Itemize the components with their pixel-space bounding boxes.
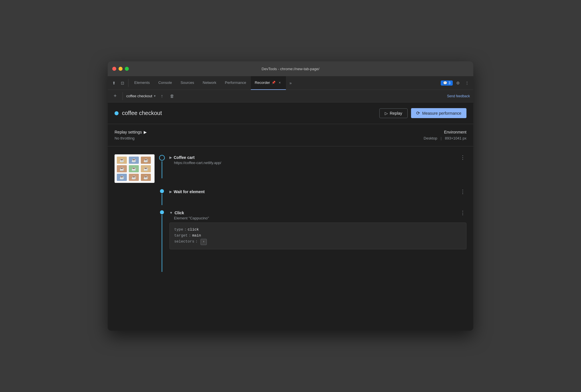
svg-text:☕: ☕ (131, 175, 137, 180)
timeline-node-1 (159, 155, 165, 161)
svg-text:☕: ☕ (131, 158, 137, 163)
settings-icon-btn[interactable]: ⚙ (454, 79, 462, 87)
cursor-icon-btn[interactable]: ⬆ (110, 79, 118, 87)
step-coffee-cart: ☕ ☕ ☕ ☕ ☕ ☕ ☕ ☕ ☕ (108, 151, 473, 186)
throttling-value: No throttling (115, 136, 290, 140)
code-line-type: type : click (174, 227, 462, 233)
close-icon: × (279, 81, 281, 85)
header-actions: ▷ Replay ⟳ Measure performance (379, 108, 466, 118)
settings-section: Replay settings ▶ No throttling Environm… (108, 124, 473, 146)
layers-icon: ⊡ (121, 81, 124, 85)
step-3-title: Click (175, 211, 184, 215)
recording-name: coffee checkout (126, 94, 152, 98)
send-feedback-link[interactable]: Send feedback (447, 94, 470, 98)
type-key: type (174, 227, 183, 233)
selector-cursor-icon: ⬆ (203, 240, 205, 244)
selector-picker-btn[interactable]: ⬆ (201, 239, 207, 245)
target-key: target (174, 233, 188, 239)
step-1-content: ▶ Coffee cart ⋮ https://coffee-cart.netl… (169, 154, 466, 165)
maximize-button[interactable] (125, 67, 129, 71)
tab-network[interactable]: Network (199, 76, 221, 90)
step-1-subtitle: https://coffee-cart.netlify.app/ (169, 161, 466, 165)
timeline-node-2 (160, 189, 164, 193)
step-1-header: ▶ Coffee cart ⋮ (169, 154, 466, 161)
env-size: 893×1041 px (445, 136, 466, 140)
step-thumbnail: ☕ ☕ ☕ ☕ ☕ ☕ ☕ ☕ ☕ (115, 154, 155, 183)
more-options-icon-btn[interactable]: ⋮ (463, 79, 471, 87)
measure-performance-button[interactable]: ⟳ Measure performance (411, 108, 466, 118)
step-3-header: ▼ Click ⋮ (169, 210, 466, 216)
svg-text:☕: ☕ (119, 166, 125, 171)
dropdown-chevron-icon: ▾ (154, 94, 156, 98)
tab-sources[interactable]: Sources (177, 76, 198, 90)
target-value: main (192, 233, 201, 239)
svg-text:☕: ☕ (131, 166, 137, 171)
chevron-right-icon: » (289, 81, 292, 85)
toolbar-separator-2 (123, 92, 123, 100)
step-click: ▼ Click ⋮ Element "Cappucino" type : cli… (108, 207, 473, 274)
svg-text:☕: ☕ (143, 158, 149, 163)
tab-close-button[interactable]: × (277, 80, 282, 85)
issue-icon: 💬 (443, 81, 447, 85)
measure-label: Measure performance (422, 111, 461, 116)
title-bar: DevTools - chrome://new-tab-page/ (108, 61, 473, 76)
svg-text:☕: ☕ (143, 175, 149, 180)
step-2-expand-btn[interactable]: ▶ (169, 190, 174, 194)
secondary-toolbar: + coffee checkout ▾ ↑ 🗑 Send feedback (108, 90, 473, 102)
timeline-line-1 (162, 161, 162, 178)
toolbar-right-area: 💬 3 ⚙ ⋮ (441, 79, 471, 87)
replay-settings-toggle[interactable]: Replay settings ▶ (115, 130, 290, 134)
svg-text:☕: ☕ (143, 166, 149, 171)
more-tabs-button[interactable]: » (287, 79, 294, 87)
step-2-more-btn[interactable]: ⋮ (459, 189, 466, 195)
recording-title-row: coffee checkout (115, 110, 379, 116)
step-3-subtitle: Element "Cappucino" (169, 216, 466, 220)
replay-button[interactable]: ▷ Replay (379, 108, 408, 118)
recorder-label: Recorder (255, 80, 270, 85)
step-1-expand-btn[interactable]: ▶ (169, 155, 174, 159)
trash-icon: 🗑 (170, 94, 174, 98)
svg-text:☕: ☕ (119, 158, 125, 163)
traffic-lights (112, 67, 129, 71)
tab-recorder[interactable]: Recorder 📌 × (251, 76, 286, 90)
layers-icon-btn[interactable]: ⊡ (119, 79, 127, 87)
pin-icon: 📌 (272, 81, 276, 84)
minimize-button[interactable] (119, 67, 123, 71)
code-line-selectors: selectors : ⬆ (174, 239, 462, 245)
delete-recording-button[interactable]: 🗑 (168, 92, 176, 100)
replay-settings-label: Replay settings (115, 130, 142, 134)
step-1-more-btn[interactable]: ⋮ (459, 154, 466, 161)
step-3-code-block: type : click target : main selectors : (169, 223, 466, 249)
code-line-target: target : main (174, 233, 462, 239)
replay-label: Replay (390, 111, 402, 116)
environment-title: Environment (290, 130, 466, 134)
expand-icon: ▶ (144, 130, 147, 134)
recording-status-dot (115, 111, 119, 115)
step-3-expand-btn[interactable]: ▼ (169, 211, 175, 215)
settings-icon: ⚙ (456, 81, 460, 85)
recording-selector[interactable]: coffee checkout ▾ (126, 94, 156, 98)
step-1-timeline (158, 154, 166, 178)
close-button[interactable] (112, 67, 116, 71)
coffee-thumbnail-svg: ☕ ☕ ☕ ☕ ☕ ☕ ☕ ☕ ☕ (115, 154, 155, 183)
issue-badge[interactable]: 💬 3 (441, 80, 453, 86)
main-content: coffee checkout ▷ Replay ⟳ Measure perfo… (108, 102, 473, 331)
step-3-more-btn[interactable]: ⋮ (459, 210, 466, 216)
timeline-node-3 (160, 210, 164, 214)
step-3-timeline (158, 210, 166, 272)
devtools-window: DevTools - chrome://new-tab-page/ ⬆ ⊡ El… (108, 61, 473, 331)
timeline-line-2 (162, 194, 162, 205)
selectors-key: selectors (174, 239, 194, 245)
upload-icon: ↑ (161, 94, 163, 99)
export-recording-button[interactable]: ↑ (158, 92, 166, 100)
environment-value: Desktop | 893×1041 px (290, 136, 466, 140)
type-value: click (188, 227, 199, 233)
recording-title: coffee checkout (122, 110, 162, 116)
cursor-icon: ⬆ (112, 81, 116, 85)
tab-console[interactable]: Console (154, 76, 176, 90)
tab-performance[interactable]: Performance (221, 76, 250, 90)
add-recording-button[interactable]: + (111, 92, 119, 100)
tab-elements[interactable]: Elements (130, 76, 154, 90)
window-title: DevTools - chrome://new-tab-page/ (262, 67, 319, 71)
env-separator: | (440, 136, 441, 140)
